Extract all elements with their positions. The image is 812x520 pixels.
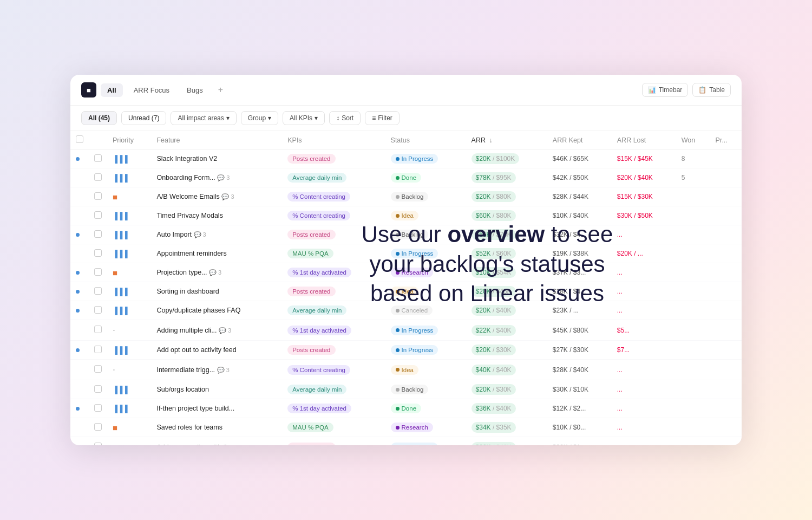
kpi-badge: % Content creating [287,211,350,220]
row-checkbox[interactable] [94,385,102,393]
kpi-badge: % Content creating [287,192,350,202]
row-indicator-dot [76,271,80,275]
pr-value [710,320,742,341]
kpi-badge: Posts created [287,443,335,446]
feature-cell: Copy/duplicate phases FAQ [151,301,282,320]
feature-cell: Adding multiple cli... 💬 3 [151,320,282,341]
filter-button[interactable]: ≡ Filter [365,111,400,125]
pr-value [710,168,742,187]
status-badge: Research [391,422,433,432]
row-checkbox[interactable] [94,443,102,445]
sort-icon: ↕ [336,114,339,122]
row-checkbox[interactable] [94,365,102,373]
won-value: 5 [676,168,710,187]
row-checkbox[interactable] [94,326,102,333]
table-row: ▐▐▐ Timed Privacy Modals % Content creat… [70,206,742,225]
status-badge: Research [391,268,433,277]
comment-badge: 💬 3 [217,367,230,374]
kpi-badge: % Content creating [287,365,350,375]
arr-lost-value: ... [617,269,623,276]
comment-badge: 💬 3 [194,231,206,238]
priority-bar-icon: ▐▐▐ [113,346,128,354]
table-button[interactable]: 📋 Table [692,83,731,97]
arr-kept-value: $20K / $1... [553,444,586,446]
row-checkbox[interactable] [94,211,102,219]
row-indicator-dot [76,368,80,372]
feature-cell: Add opt out to activity feed [151,341,282,360]
kpis-filter-button[interactable]: All KPIs ▾ [283,111,325,125]
table-row: ▐▐▐ Slack Integration V2 Posts created I… [70,150,742,168]
unread-filter-button[interactable]: Unread (7) [121,111,166,125]
app-window: ■ All ARR Focus Bugs + 📊 Timebar 📋 Table… [70,75,742,445]
row-checkbox[interactable] [94,268,102,276]
kpi-badge: Average daily min [287,173,346,183]
row-indicator-dot [76,407,80,411]
table-row: · Intermediate trigg... 💬 3 % Content cr… [70,360,742,380]
timebar-button[interactable]: 📊 Timebar [642,83,689,97]
won-value [676,380,710,399]
pr-value [710,244,742,263]
priority-bar-icon: ▐▐▐ [113,405,128,413]
kpi-badge: MAU % PQA [287,422,333,432]
table-row: ▐▐▐ Onboarding Form... 💬 3 Average daily… [70,168,742,187]
chevron-down-icon: ▾ [315,114,318,122]
row-checkbox[interactable] [94,192,102,200]
arr-kept-value: $12K / $2... [553,405,586,412]
arr-lost-value: $30K / $50K [617,212,653,219]
arr-kept-value: $10K / $40K [553,212,588,219]
arr-kept-value: $23K / ... [553,307,579,314]
table-row: ▐▐▐ If-then project type build... % 1st … [70,399,742,418]
feature-cell: Timed Privacy Modals [151,206,282,225]
arr-header[interactable]: ARR ↓ [466,131,547,150]
select-all-checkbox[interactable] [76,135,83,143]
pr-value [710,301,742,320]
won-value [676,187,710,206]
toolbar: ■ All ARR Focus Bugs + 📊 Timebar 📋 Table [70,75,742,106]
tab-all[interactable]: All [101,83,123,97]
pr-value [710,360,742,380]
sort-button[interactable]: ↕ Sort [329,111,361,125]
row-indicator-dot [76,233,80,237]
status-badge: Backlog [391,230,429,239]
chevron-down-icon: ▾ [268,114,271,122]
arr-lost-value: $20K / ... [617,250,643,257]
table-row: ▐▐▐ Sub/orgs location Average daily min … [70,380,742,399]
tab-bugs[interactable]: Bugs [180,83,209,97]
kpi-badge: Posts created [287,154,335,164]
row-checkbox[interactable] [94,346,102,353]
arr-value: $10K / $54K [472,267,516,278]
priority-dot-icon: · [113,364,115,375]
won-value [676,418,710,437]
row-checkbox[interactable] [94,154,102,162]
arr-value: $36K / $40K [472,403,516,414]
row-indicator-dot [76,214,80,218]
status-header: Status [385,131,466,150]
kpi-badge: MAU % PQA [287,249,333,258]
filter-bar: All (45) Unread (7) All impact areas ▾ G… [70,106,742,131]
row-checkbox[interactable] [94,423,102,431]
tab-arr-focus[interactable]: ARR Focus [127,83,176,97]
row-checkbox[interactable] [94,287,102,295]
arr-value: $34K / $35K [472,422,516,433]
add-tab-button[interactable]: + [214,83,227,97]
comment-badge: 💬 3 [209,269,221,276]
priority-high-icon: ■ [113,192,117,202]
kpi-badge: Posts created [287,230,335,239]
row-checkbox[interactable] [94,249,102,257]
all-filter-button[interactable]: All (45) [81,111,117,125]
kpi-badge: % 1st day activated [287,326,351,335]
arr-value: $20K / $30K [472,344,516,355]
group-filter-button[interactable]: Group ▾ [241,111,278,125]
arr-lost-value: ... [617,405,623,412]
row-checkbox[interactable] [94,173,102,181]
feature-cell: Add commenting with th... [151,437,282,446]
row-checkbox[interactable] [94,306,102,314]
row-checkbox[interactable] [94,230,102,238]
row-checkbox[interactable] [94,404,102,412]
chevron-down-icon: ▾ [226,114,230,122]
priority-bar-icon: ▐▐▐ [113,288,128,296]
impact-filter-button[interactable]: All impact areas ▾ [171,111,236,125]
arr-lost-value: ... [617,231,623,238]
priority-bar-icon: ▐▐▐ [113,386,128,394]
won-value [676,263,710,282]
